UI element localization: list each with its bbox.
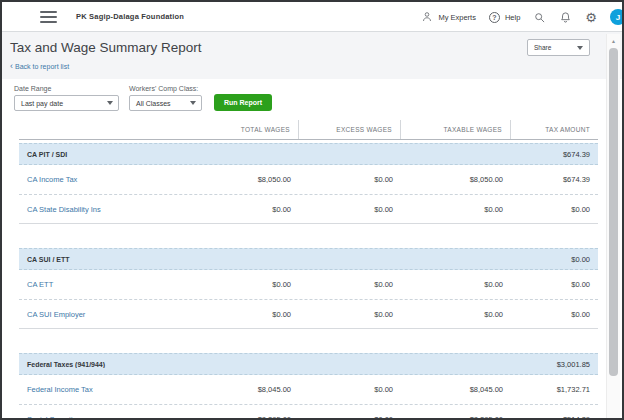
help-icon: ? — [489, 12, 500, 23]
tax-row: Social Security$8,295.00$0.00$8,295.00$5… — [19, 404, 598, 420]
workers-comp-value: All Classes — [136, 100, 171, 107]
section-total-amount: $3,001.85 — [511, 360, 598, 369]
report-section: CA PIT / SDI$674.39CA Income Tax$8,050.0… — [19, 143, 598, 224]
amount-cell: $0.00 — [511, 310, 598, 319]
chevron-down-icon — [190, 101, 196, 105]
hamburger-menu-icon[interactable] — [40, 11, 57, 23]
amount-cell: $0.00 — [401, 310, 511, 319]
amount-cell: $0.00 — [189, 205, 299, 214]
date-range-select[interactable]: Last pay date — [14, 95, 119, 111]
tax-row: CA SUI Employer$0.00$0.00$0.00$0.00 — [19, 299, 598, 328]
amount-cell: $514.29 — [511, 415, 598, 420]
report-header: Tax and Wage Summary Report ‹ Back to re… — [2, 32, 622, 79]
section-header-row: CA SUI / ETT$0.00 — [19, 248, 598, 270]
amount-cell: $8,050.00 — [401, 175, 511, 184]
column-header-excess-wages: EXCESS WAGES — [299, 120, 401, 139]
date-range-value: Last pay date — [21, 100, 63, 107]
tax-row: Federal Income Tax$8,045.00$0.00$8,045.0… — [19, 375, 598, 404]
person-icon — [421, 11, 433, 23]
amount-cell: $8,295.00 — [189, 415, 299, 420]
column-header-row: TOTAL WAGES EXCESS WAGES TAXABLE WAGES T… — [19, 120, 598, 140]
scrollbar-thumb[interactable] — [609, 48, 618, 376]
column-header-taxable-wages: TAXABLE WAGES — [401, 120, 511, 139]
back-link-label: Back to report list — [15, 63, 69, 70]
amount-cell: $0.00 — [189, 310, 299, 319]
company-name: PK Sagip-Dalaga Foundation — [76, 12, 184, 21]
scroll-up-arrow-icon[interactable]: ▲ — [607, 34, 620, 47]
amount-cell: $0.00 — [299, 310, 401, 319]
date-range-field: Date Range Last pay date — [14, 85, 119, 111]
tax-row: CA State Disability Ins$0.00$0.00$0.00$0… — [19, 194, 598, 223]
filter-bar: Date Range Last pay date Workers' Comp C… — [2, 79, 622, 120]
tax-item-link[interactable]: CA State Disability Ins — [19, 205, 189, 214]
run-report-button[interactable]: Run Report — [214, 94, 272, 111]
search-icon[interactable] — [533, 11, 546, 24]
amount-cell: $0.00 — [401, 280, 511, 289]
amount-cell: $0.00 — [189, 280, 299, 289]
back-to-report-list-link[interactable]: ‹ Back to report list — [10, 63, 69, 70]
date-range-label: Date Range — [14, 85, 119, 92]
share-label: Share — [534, 44, 551, 51]
amount-cell: $0.00 — [511, 280, 598, 289]
page-title: Tax and Wage Summary Report — [10, 40, 582, 55]
section-name: CA PIT / SDI — [19, 151, 189, 158]
tax-item-link[interactable]: Federal Income Tax — [19, 385, 189, 394]
top-nav-bar: PK Sagip-Dalaga Foundation My Experts ? … — [2, 2, 622, 32]
amount-cell: $674.39 — [511, 175, 598, 184]
back-chevron-icon: ‹ — [10, 63, 13, 69]
report-sections: CA PIT / SDI$674.39CA Income Tax$8,050.0… — [19, 143, 598, 420]
amount-cell: $0.00 — [299, 280, 401, 289]
amount-cell: $0.00 — [299, 415, 401, 420]
amount-cell: $8,050.00 — [189, 175, 299, 184]
report-section: Federal Taxes (941/944)$3,001.85Federal … — [19, 353, 598, 420]
section-total-amount: $0.00 — [511, 255, 598, 264]
help-label: Help — [505, 13, 520, 22]
tax-item-link[interactable]: Social Security — [19, 415, 189, 420]
section-header-row: Federal Taxes (941/944)$3,001.85 — [19, 353, 598, 375]
workers-comp-select[interactable]: All Classes — [129, 95, 202, 111]
tax-item-link[interactable]: CA ETT — [19, 280, 189, 289]
section-total-amount: $674.39 — [511, 150, 598, 159]
my-experts-label: My Experts — [438, 13, 476, 22]
amount-cell: $8,045.00 — [401, 385, 511, 394]
amount-cell: $1,732.71 — [511, 385, 598, 394]
chevron-down-icon — [107, 101, 113, 105]
amount-cell: $0.00 — [401, 205, 511, 214]
amount-cell: $0.00 — [299, 205, 401, 214]
section-header-row: CA PIT / SDI$674.39 — [19, 143, 598, 165]
report-table: TOTAL WAGES EXCESS WAGES TAXABLE WAGES T… — [19, 120, 598, 420]
my-experts-button[interactable]: My Experts — [421, 11, 476, 23]
tax-row: CA Income Tax$8,050.00$0.00$8,050.00$674… — [19, 165, 598, 194]
report-section: CA SUI / ETT$0.00CA ETT$0.00$0.00$0.00$0… — [19, 248, 598, 329]
section-name: CA SUI / ETT — [19, 256, 189, 263]
amount-cell: $0.00 — [299, 385, 401, 394]
gear-icon[interactable]: ⚙ — [585, 11, 597, 24]
amount-cell: $0.00 — [299, 175, 401, 184]
amount-cell: $8,045.00 — [189, 385, 299, 394]
amount-cell: $8,295.00 — [401, 415, 511, 420]
bell-icon[interactable] — [559, 11, 572, 24]
help-button[interactable]: ? Help — [489, 12, 520, 23]
amount-cell: $0.00 — [511, 205, 598, 214]
app-window: { "colors": { "accent_green": "#2ca01c",… — [0, 0, 624, 420]
tax-row: CA ETT$0.00$0.00$0.00$0.00 — [19, 270, 598, 299]
workers-comp-field: Workers' Comp Class: All Classes — [129, 85, 202, 111]
nav-right-group: My Experts ? Help ⚙ J — [421, 2, 622, 32]
chevron-down-icon — [577, 46, 583, 50]
vertical-scrollbar[interactable]: ▲ — [606, 34, 620, 418]
share-button[interactable]: Share — [527, 39, 590, 56]
tax-item-link[interactable]: CA Income Tax — [19, 175, 189, 184]
workers-comp-label: Workers' Comp Class: — [129, 85, 202, 92]
column-header-tax-amount: TAX AMOUNT — [511, 120, 598, 139]
section-name: Federal Taxes (941/944) — [19, 361, 189, 368]
avatar[interactable]: J — [610, 9, 624, 25]
column-header-total-wages: TOTAL WAGES — [189, 120, 299, 139]
tax-item-link[interactable]: CA SUI Employer — [19, 310, 189, 319]
